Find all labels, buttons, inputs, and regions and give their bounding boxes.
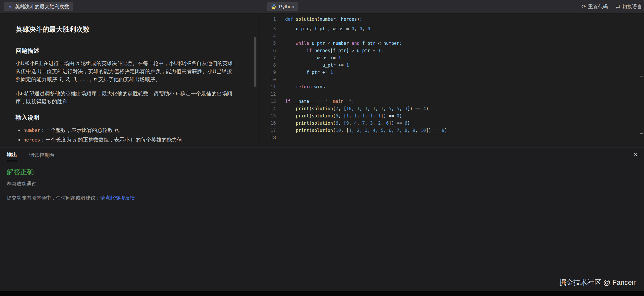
problem-title: 英雄决斗的最大胜利次数 (16, 25, 235, 39)
output-panel: 输出调试控制台 ✕ 解答正确 恭喜成功通过 提交功能内测体验中，任何问题或者建议… (0, 147, 644, 291)
top-bar: 英雄决斗的最大胜利次数 Python ⟳ 重置代码 ⇄ 切换语言 (0, 0, 644, 13)
code-line[interactable]: 7 wins += 1 (260, 54, 644, 61)
code-line[interactable]: 1def solution(number, heroes): (260, 16, 644, 23)
code-line[interactable]: 13if __name__ == "__main__": (260, 98, 644, 105)
close-icon[interactable]: ✕ (633, 152, 638, 158)
line-number[interactable]: 3 (260, 25, 276, 32)
tab-debug-console[interactable]: 调试控制台 (29, 152, 55, 161)
problem-tab-label: 英雄决斗的最大胜利次数 (15, 3, 69, 10)
input-params-list: number：一个整数，表示比赛的总轮数 n。heroes：一个长度为 n 的正… (16, 126, 235, 144)
feedback-line: 提交功能内测体验中，任何问题或者建议：请点此链接反馈 (7, 195, 644, 201)
line-number[interactable]: 8 (260, 61, 276, 69)
line-number[interactable]: 4 (260, 32, 276, 40)
problem-panel: 英雄决斗的最大胜利次数 问题描述 小U和小F正在进行一场由 n 轮组成的英雄决斗… (0, 13, 260, 147)
inline-code: heroes (23, 137, 40, 143)
line-number[interactable]: 17 (260, 127, 276, 134)
language-tab-label: Python (279, 4, 294, 10)
code-line[interactable]: 10 (260, 76, 644, 83)
folded-docstring-hint[interactable]: """ (260, 23, 644, 25)
math-text: n (114, 127, 118, 133)
overview-ruler-mark (640, 133, 643, 134)
line-number[interactable]: 13 (260, 98, 276, 105)
problem-paragraph: 小U和小F正在进行一场由 n 轮组成的英雄决斗比赛。在每一轮中，小U和小F各自从… (16, 59, 235, 83)
code-text (276, 134, 644, 141)
code-line[interactable]: 3 u_ptr, f_ptr, wins = 0, 0, 0 (260, 25, 644, 32)
problem-scrollbar[interactable] (254, 37, 256, 87)
problem-paragraph: 小F希望通过调整他的英雄出场顺序，最大化他的获胜轮数。请帮助小 F 确定一个最佳… (16, 90, 235, 106)
plain-text: 小U和小F正在进行一场由 (16, 60, 76, 66)
code-text: if __name__ == "__main__": (276, 98, 644, 105)
section-heading-input: 输入说明 (16, 114, 235, 122)
section-heading-description: 问题描述 (16, 47, 235, 55)
line-number[interactable]: 16 (260, 119, 276, 127)
tab-python[interactable]: Python (267, 2, 298, 11)
watermark: 掘金技术社区 @ Fanceir (559, 278, 636, 287)
inline-code: number (23, 128, 40, 133)
switch-language-icon: ⇄ (615, 4, 620, 10)
input-param-item: number：一个整数，表示比赛的总轮数 n。 (23, 126, 235, 134)
code-text: print(solution(6, [9, 4, 7, 3, 2, 6]) ==… (276, 119, 644, 127)
code-line[interactable]: 9 f_ptr += 1 (260, 69, 644, 76)
code-text: return wins (276, 83, 644, 90)
code-text (276, 32, 644, 40)
code-text: if heroes[f_ptr] > u_ptr + 1: (276, 47, 644, 54)
line-number[interactable]: 15 (260, 112, 276, 119)
bottom-strip (0, 291, 644, 296)
line-number[interactable]: 18 (260, 134, 276, 141)
result-status: 解答正确 (7, 167, 644, 177)
code-text: while u_ptr < number and f_ptr < number: (276, 40, 644, 47)
code-line[interactable]: 17 print(solution(10, [1, 2, 3, 4, 5, 6,… (260, 127, 644, 134)
code-line[interactable]: 4 (260, 32, 644, 40)
code-lines: 1def solution(number, heroes):"""3 u_ptr… (260, 16, 644, 141)
line-number[interactable]: 9 (260, 69, 276, 76)
line-number[interactable]: 10 (260, 76, 276, 83)
code-line[interactable]: 5 while u_ptr < number and f_ptr < numbe… (260, 40, 644, 47)
main-split: 英雄决斗的最大胜利次数 问题描述 小U和小F正在进行一场由 n 轮组成的英雄决斗… (0, 13, 644, 147)
code-line[interactable]: 16 print(solution(6, [9, 4, 7, 3, 2, 6])… (260, 119, 644, 127)
overview-ruler-mark (640, 76, 643, 77)
code-line[interactable]: 15 print(solution(5, [1, 1, 1, 1, 1]) ==… (260, 112, 644, 119)
code-line[interactable]: 12 (260, 90, 644, 98)
code-line[interactable]: 6 if heroes[f_ptr] > u_ptr + 1: (260, 47, 644, 54)
line-number[interactable]: 1 (260, 16, 276, 23)
reset-code-button[interactable]: ⟳ 重置代码 (582, 3, 608, 10)
code-text: print(solution(10, [1, 2, 3, 4, 5, 6, 7,… (276, 127, 644, 134)
topbar-actions: ⟳ 重置代码 ⇄ 切换语言 (582, 0, 642, 13)
lightning-icon (8, 4, 12, 9)
line-number[interactable]: 7 (260, 54, 276, 61)
switch-language-button[interactable]: ⇄ 切换语言 (615, 3, 642, 10)
code-line[interactable]: 11 return wins (260, 83, 644, 90)
app-root: 英雄决斗的最大胜利次数 Python ⟳ 重置代码 ⇄ 切换语言 (0, 0, 644, 296)
plain-text: ：一个长度为 (40, 137, 73, 143)
line-number[interactable]: 11 (260, 83, 276, 90)
math-text: 1, 2, 3, . . . , n (59, 76, 97, 82)
plain-text: 。 (118, 127, 123, 133)
line-number[interactable]: 5 (260, 40, 276, 47)
code-text (276, 76, 644, 83)
reset-code-label: 重置代码 (588, 3, 608, 10)
feedback-text: 提交功能内测体验中，任何问题或者建议： (7, 195, 100, 201)
math-text: n (76, 60, 79, 66)
line-number[interactable]: 14 (260, 105, 276, 112)
code-line-active[interactable]: 18 (260, 134, 644, 141)
code-text: f_ptr += 1 (276, 69, 644, 76)
plain-text: 安排了他的英雄出场顺序。 (97, 76, 160, 82)
input-param-item: heroes：一个长度为 n 的正整数数组，表示小 F 的每个英雄的能力值。 (23, 136, 235, 144)
code-line[interactable]: 14 print(solution(7, [10, 1, 1, 1, 1, 5,… (260, 105, 644, 112)
code-editor[interactable]: 1def solution(number, heroes):"""3 u_ptr… (260, 13, 644, 147)
output-panel-tabs: 输出调试控制台 (0, 147, 644, 161)
line-number[interactable]: 12 (260, 90, 276, 98)
code-text: print(solution(5, [1, 1, 1, 1, 1]) == 0) (276, 112, 644, 119)
code-line[interactable]: 8 u_ptr += 1 (260, 61, 644, 69)
result-note: 恭喜成功通过 (7, 181, 644, 187)
tab-output[interactable]: 输出 (7, 151, 17, 161)
problem-tab[interactable]: 英雄决斗的最大胜利次数 (4, 2, 73, 11)
code-text: u_ptr += 1 (276, 61, 644, 69)
line-number[interactable]: 6 (260, 47, 276, 54)
feedback-link[interactable]: 请点此链接反馈 (100, 195, 135, 201)
plain-text: 的正整数数组，表示小 F 的每个英雄的能力值。 (76, 137, 187, 143)
code-text (276, 90, 644, 98)
code-text: print(solution(7, [10, 1, 1, 1, 1, 5, 5,… (276, 105, 644, 112)
code-text: def solution(number, heroes): (276, 16, 644, 23)
python-icon (271, 4, 276, 9)
